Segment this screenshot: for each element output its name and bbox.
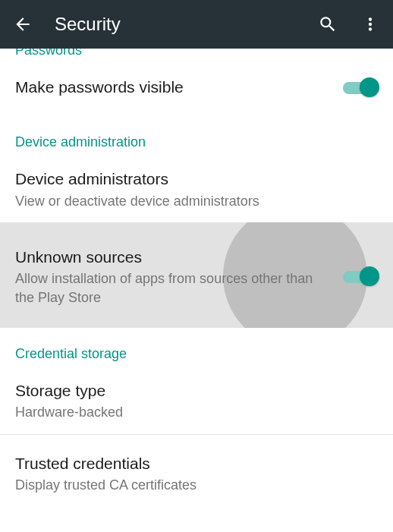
more-vert-icon bbox=[360, 14, 380, 34]
search-button[interactable] bbox=[316, 12, 340, 36]
setting-title: Trusted credentials bbox=[15, 453, 378, 474]
setting-title: Device administrators bbox=[15, 168, 378, 190]
page-title: Security bbox=[55, 14, 316, 35]
setting-make-passwords-visible[interactable]: Make passwords visible bbox=[0, 66, 393, 110]
setting-device-administrators[interactable]: Device administrators View or deactivate… bbox=[0, 158, 393, 222]
setting-storage-type[interactable]: Storage type Hardware-backed bbox=[0, 370, 393, 434]
setting-trusted-credentials[interactable]: Trusted credentials Display trusted CA c… bbox=[0, 435, 393, 507]
setting-title: Unknown sources bbox=[15, 247, 334, 268]
section-header-device-administration: Device administration bbox=[0, 110, 393, 158]
back-button[interactable] bbox=[11, 12, 35, 36]
toggle-thumb bbox=[360, 77, 379, 97]
setting-subtitle: Display trusted CA certificates bbox=[15, 476, 378, 494]
app-bar: Security bbox=[0, 0, 393, 49]
toggle-make-passwords-visible[interactable] bbox=[343, 77, 378, 97]
toggle-unknown-sources[interactable] bbox=[343, 266, 378, 286]
arrow-back-icon bbox=[13, 14, 33, 34]
setting-title: Make passwords visible bbox=[15, 77, 334, 98]
setting-subtitle: Hardware-backed bbox=[15, 403, 378, 421]
setting-subtitle: Allow installation of apps from sources … bbox=[15, 269, 334, 307]
setting-unknown-sources[interactable]: Unknown sources Allow installation of ap… bbox=[0, 222, 393, 328]
search-icon bbox=[318, 14, 338, 34]
settings-list[interactable]: Passwords Make passwords visible Device … bbox=[0, 49, 393, 532]
setting-title: Storage type bbox=[15, 380, 378, 401]
overflow-menu-button[interactable] bbox=[358, 12, 382, 36]
appbar-actions bbox=[316, 12, 382, 36]
section-header-credential-storage: Credential storage bbox=[0, 328, 393, 370]
toggle-thumb bbox=[360, 266, 379, 286]
section-header-passwords: Passwords bbox=[0, 49, 393, 66]
setting-subtitle: View or deactivate device administrators bbox=[15, 192, 378, 210]
